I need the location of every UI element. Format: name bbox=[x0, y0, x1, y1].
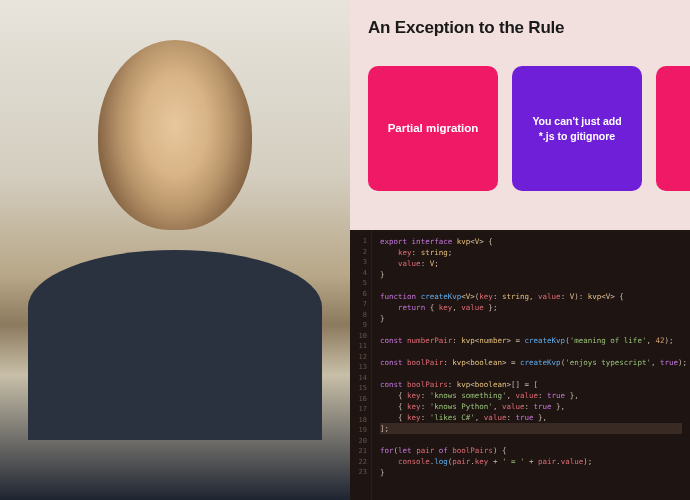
code-line[interactable]: } bbox=[380, 467, 682, 478]
code-line[interactable] bbox=[380, 368, 682, 379]
line-gutter: 1234567891011121314151617181920212223 bbox=[350, 230, 372, 500]
card-partial-migration[interactable]: Partial migration bbox=[368, 66, 498, 191]
code-line[interactable] bbox=[380, 434, 682, 445]
code-area[interactable]: export interface kvp<V> { key: string; v… bbox=[372, 230, 690, 500]
code-line[interactable]: { key: 'likes C#', value: true }, bbox=[380, 412, 682, 423]
code-line[interactable]: { key: 'knows Python', value: true }, bbox=[380, 401, 682, 412]
code-line[interactable]: const boolPairs: kvp<boolean>[] = [ bbox=[380, 379, 682, 390]
slide-cards: Partial migration You can't just add *.j… bbox=[368, 66, 690, 191]
code-line[interactable]: ]; bbox=[380, 423, 682, 434]
code-line[interactable]: console.log(pair.key + ' = ' + pair.valu… bbox=[380, 456, 682, 467]
card-label: Partial migration bbox=[388, 121, 479, 137]
card-label: You can't just add *.js to gitignore bbox=[526, 114, 628, 142]
card-third[interactable]: The bbox=[656, 66, 690, 191]
slide-panel: An Exception to the Rule Partial migrati… bbox=[350, 0, 690, 230]
code-line[interactable]: export interface kvp<V> { bbox=[380, 236, 682, 247]
code-line[interactable]: { key: 'knows something', value: true }, bbox=[380, 390, 682, 401]
code-line[interactable] bbox=[380, 324, 682, 335]
person-photo bbox=[0, 0, 350, 500]
code-line[interactable]: } bbox=[380, 269, 682, 280]
code-line[interactable]: function createKvp<V>(key: string, value… bbox=[380, 291, 682, 302]
code-line[interactable]: const numberPair: kvp<number> = createKv… bbox=[380, 335, 682, 346]
slide-title: An Exception to the Rule bbox=[368, 18, 690, 38]
code-editor[interactable]: 1234567891011121314151617181920212223 ex… bbox=[350, 230, 690, 500]
code-line[interactable]: const boolPair: kvp<boolean> = createKvp… bbox=[380, 357, 682, 368]
code-line[interactable]: for(let pair of boolPairs) { bbox=[380, 445, 682, 456]
code-line[interactable]: value: V; bbox=[380, 258, 682, 269]
card-gitignore[interactable]: You can't just add *.js to gitignore bbox=[512, 66, 642, 191]
code-line[interactable]: } bbox=[380, 313, 682, 324]
code-line[interactable] bbox=[380, 280, 682, 291]
code-line[interactable] bbox=[380, 346, 682, 357]
code-line[interactable]: key: string; bbox=[380, 247, 682, 258]
code-line[interactable]: return { key, value }; bbox=[380, 302, 682, 313]
